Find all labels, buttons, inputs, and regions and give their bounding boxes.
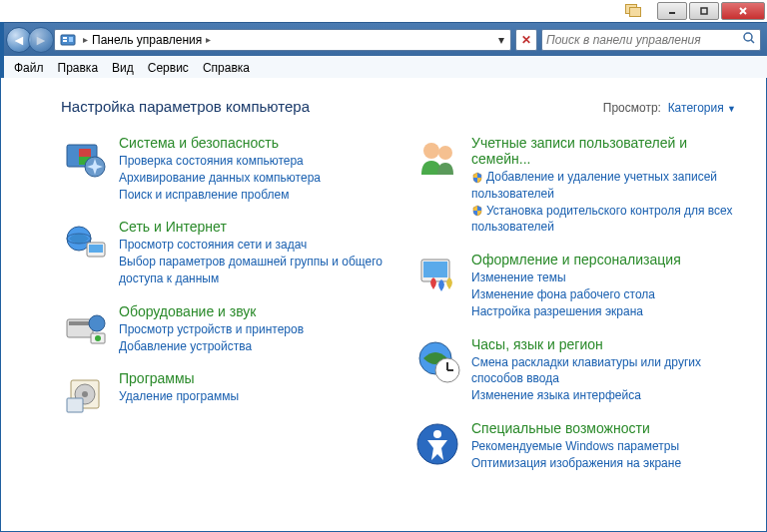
svg-point-34 <box>433 430 441 438</box>
control-panel-icon <box>59 31 77 49</box>
address-bar[interactable]: ▸ Панель управления ▸ ▾ <box>54 29 511 51</box>
svg-line-9 <box>751 40 754 43</box>
category-link[interactable]: Настройка разрешения экрана <box>471 303 736 320</box>
category-title[interactable]: Программы <box>119 370 384 386</box>
svg-rect-28 <box>423 262 447 277</box>
category-link[interactable]: Смена раскладки клавиатуры или других сп… <box>471 354 736 388</box>
category-link[interactable]: Изменение языка интерфейса <box>471 387 736 404</box>
search-box[interactable] <box>541 29 761 51</box>
category-hardware: Оборудование и звукПросмотр устройств и … <box>61 303 384 355</box>
shield-icon <box>471 205 483 217</box>
category-title[interactable]: Оборудование и звук <box>119 303 384 319</box>
category-link[interactable]: Просмотр состояния сети и задач <box>119 237 384 254</box>
category-programs: ПрограммыУдаление программы <box>61 370 384 418</box>
svg-point-26 <box>438 146 452 160</box>
category-link[interactable]: Добавление устройства <box>119 338 384 355</box>
category-title[interactable]: Система и безопасность <box>119 135 384 151</box>
category-link[interactable]: Выбор параметров домашней группы и общег… <box>119 254 384 287</box>
minimize-button[interactable] <box>657 2 687 20</box>
view-by-value[interactable]: Категория ▼ <box>668 101 736 115</box>
svg-rect-7 <box>69 37 73 42</box>
content-area: Настройка параметров компьютера Просмотр… <box>0 78 767 532</box>
forward-button[interactable]: ► <box>28 27 54 53</box>
menu-help[interactable]: Справка <box>197 59 256 77</box>
search-input[interactable] <box>546 33 742 47</box>
network-icon <box>61 219 109 266</box>
menu-file[interactable]: Файл <box>8 59 50 77</box>
category-security: Система и безопасностьПроверка состояния… <box>61 135 384 203</box>
category-network: Сеть и ИнтернетПросмотр состояния сети и… <box>61 219 384 286</box>
category-link[interactable]: Изменение темы <box>471 269 736 286</box>
category-access: Специальные возможностиРекомендуемые Win… <box>413 420 736 472</box>
category-clock: Часы, язык и регионСмена раскладки клави… <box>413 336 736 404</box>
access-icon <box>413 420 461 468</box>
category-title[interactable]: Специальные возможности <box>471 420 736 436</box>
view-by: Просмотр: Категория ▼ <box>603 101 736 115</box>
stop-button[interactable]: ✕ <box>515 29 537 51</box>
view-by-label: Просмотр: <box>603 101 661 115</box>
category-link[interactable]: Удаление программы <box>119 388 384 405</box>
menu-edit[interactable]: Правка <box>52 59 105 77</box>
svg-rect-24 <box>67 398 83 412</box>
breadcrumb-sep[interactable]: ▸ <box>204 34 213 45</box>
svg-rect-6 <box>63 40 67 42</box>
category-title[interactable]: Оформление и персонализация <box>471 252 736 267</box>
category-link[interactable]: Рекомендуемые Windows параметры <box>471 438 736 455</box>
menu-tools[interactable]: Сервис <box>142 59 195 77</box>
svg-point-23 <box>82 391 88 397</box>
category-link[interactable]: Установка родительского контроля для все… <box>471 203 736 237</box>
shield-icon <box>471 172 483 184</box>
search-icon[interactable] <box>742 31 756 48</box>
svg-point-18 <box>89 315 105 331</box>
users-icon <box>413 135 461 183</box>
menu-view[interactable]: Вид <box>106 59 140 77</box>
category-link[interactable]: Оптимизация изображения на экране <box>471 455 736 472</box>
navigation-bar: ◄ ► ▸ Панель управления ▸ ▾ ✕ <box>0 22 767 56</box>
programs-icon <box>61 370 109 418</box>
security-icon <box>61 135 109 183</box>
cascade-windows-icon <box>623 2 647 20</box>
category-link[interactable]: Проверка состояния компьютера <box>119 153 384 170</box>
category-title[interactable]: Учетные записи пользователей и семейн... <box>471 135 736 167</box>
breadcrumb-sep: ▸ <box>81 34 90 45</box>
category-appearance: Оформление и персонализацияИзменение тем… <box>413 252 736 319</box>
category-title[interactable]: Часы, язык и регион <box>471 336 736 352</box>
appearance-icon <box>413 252 461 299</box>
address-dropdown[interactable]: ▾ <box>492 33 510 47</box>
category-title[interactable]: Сеть и Интернет <box>119 219 384 235</box>
maximize-button[interactable] <box>689 2 719 20</box>
category-link[interactable]: Архивирование данных компьютера <box>119 170 384 187</box>
category-link[interactable]: Изменение фона рабочего стола <box>471 286 736 303</box>
svg-rect-5 <box>63 37 67 39</box>
svg-point-25 <box>423 143 439 159</box>
close-button[interactable] <box>721 2 765 20</box>
hardware-icon <box>61 303 109 351</box>
category-users: Учетные записи пользователей и семейн...… <box>413 135 736 236</box>
svg-rect-17 <box>69 321 91 325</box>
category-link[interactable]: Поиск и исправление проблем <box>119 187 384 204</box>
page-title: Настройка параметров компьютера <box>61 98 310 115</box>
svg-rect-1 <box>701 8 707 14</box>
category-link[interactable]: Просмотр устройств и принтеров <box>119 321 384 338</box>
clock-icon <box>413 336 461 384</box>
category-link[interactable]: Добавление и удаление учетных записей по… <box>471 169 736 203</box>
svg-rect-15 <box>89 245 103 253</box>
svg-point-20 <box>95 335 101 341</box>
breadcrumb-item[interactable]: Панель управления <box>90 33 204 47</box>
svg-point-8 <box>744 33 752 41</box>
window-controls <box>655 0 767 22</box>
